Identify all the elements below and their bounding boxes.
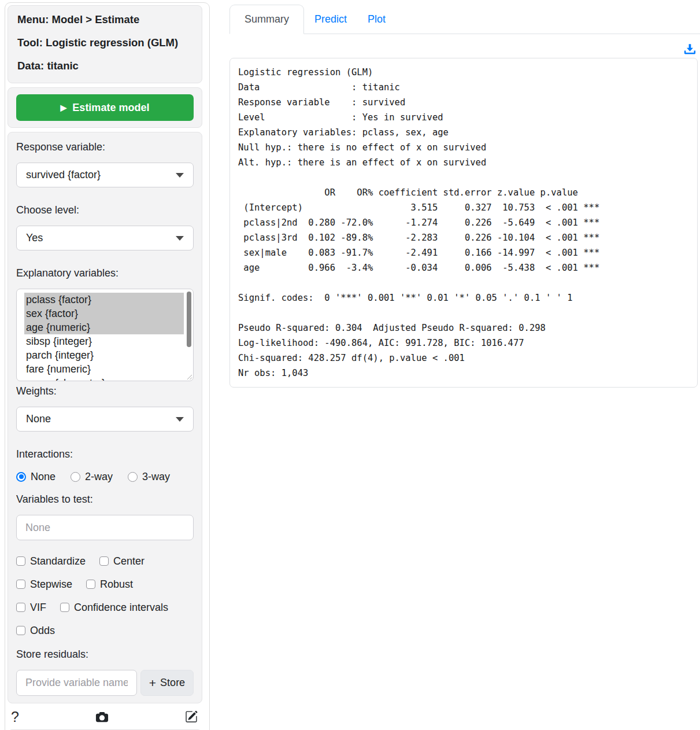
caret-down-icon bbox=[176, 236, 184, 241]
checkbox-icon bbox=[16, 626, 25, 635]
explanatory-variables-label: Explanatory variables: bbox=[16, 267, 194, 279]
interactions-radio-group: None 2-way 3-way bbox=[16, 470, 194, 484]
checkbox-center[interactable]: Center bbox=[99, 555, 145, 567]
checkbox-row: Stepwise Robust bbox=[16, 578, 194, 590]
edit-report-icon[interactable] bbox=[185, 710, 198, 723]
interactions-label: Interactions: bbox=[16, 448, 194, 460]
menu-breadcrumb: Menu: Model > Estimate bbox=[17, 13, 192, 26]
radio-label: None bbox=[31, 471, 55, 483]
radio-label: 2-way bbox=[85, 471, 113, 483]
model-info-box: Menu: Model > Estimate Tool: Logistic re… bbox=[8, 5, 202, 83]
checkbox-standardize[interactable]: Standardize bbox=[16, 555, 86, 567]
checkbox-icon bbox=[16, 603, 25, 612]
store-button[interactable]: + Store bbox=[140, 670, 194, 696]
sidebar-panel: Menu: Model > Estimate Tool: Logistic re… bbox=[5, 2, 210, 730]
tool-name: Tool: Logistic regression (GLM) bbox=[17, 36, 192, 49]
radio-interactions-2way[interactable]: 2-way bbox=[71, 471, 113, 483]
tab-summary[interactable]: Summary bbox=[229, 5, 304, 34]
tab-plot[interactable]: Plot bbox=[357, 5, 396, 34]
checkbox-icon bbox=[86, 580, 95, 589]
choose-level-label: Choose level: bbox=[16, 204, 194, 216]
weights-select[interactable]: None bbox=[16, 407, 194, 432]
help-icon[interactable]: ? bbox=[11, 710, 19, 724]
listbox-option[interactable]: age {numeric} bbox=[24, 320, 184, 334]
radio-unselected-icon bbox=[128, 472, 138, 482]
choose-level-value: Yes bbox=[26, 232, 43, 244]
store-residuals-label: Store residuals: bbox=[16, 648, 194, 661]
resize-handle-icon[interactable] bbox=[187, 374, 192, 380]
listbox-option[interactable]: pclass {factor} bbox=[24, 293, 184, 307]
checkbox-icon bbox=[60, 603, 69, 612]
model-form-well: Response variable: survived {factor} Cho… bbox=[8, 132, 202, 703]
caret-down-icon bbox=[176, 417, 184, 422]
main-panel: Summary Predict Plot Logistic regression… bbox=[229, 0, 700, 388]
estimate-button-well: ▶ Estimate model bbox=[8, 87, 202, 128]
checkbox-label: Stepwise bbox=[30, 578, 72, 591]
checkbox-robust[interactable]: Robust bbox=[86, 578, 133, 591]
sidebar-footer: ? bbox=[8, 703, 202, 729]
screenshot-camera-icon[interactable] bbox=[95, 710, 109, 724]
checkbox-icon bbox=[16, 580, 25, 589]
tab-predict[interactable]: Predict bbox=[304, 5, 357, 34]
checkbox-icon bbox=[16, 556, 25, 566]
checkbox-row: Odds bbox=[16, 625, 194, 636]
store-residuals-input[interactable] bbox=[16, 670, 137, 696]
choose-level-select[interactable]: Yes bbox=[16, 226, 194, 250]
radio-interactions-none[interactable]: None bbox=[16, 471, 55, 483]
checkbox-label: Confidence intervals bbox=[74, 602, 168, 614]
response-variable-select[interactable]: survived {factor} bbox=[16, 163, 194, 187]
tab-bar: Summary Predict Plot bbox=[229, 5, 700, 34]
explanatory-variables-listbox[interactable]: pclass {factor} sex {factor} age {numeri… bbox=[16, 289, 194, 381]
checkbox-vif[interactable]: VIF bbox=[16, 602, 46, 614]
radio-unselected-icon bbox=[71, 472, 80, 482]
checkbox-label: Standardize bbox=[30, 555, 86, 567]
plus-icon: + bbox=[149, 677, 156, 689]
listbox-option[interactable]: sibsp {integer} bbox=[24, 334, 184, 348]
scrollbar-thumb[interactable] bbox=[187, 292, 191, 347]
toolbar-row bbox=[229, 34, 700, 58]
response-variable-label: Response variable: bbox=[16, 141, 194, 153]
checkbox-confidence-intervals[interactable]: Confidence intervals bbox=[60, 602, 168, 614]
variables-to-test-label: Variables to test: bbox=[16, 493, 194, 506]
estimate-model-button[interactable]: ▶ Estimate model bbox=[16, 94, 194, 121]
radio-interactions-3way[interactable]: 3-way bbox=[128, 471, 170, 483]
checkbox-label: Odds bbox=[30, 625, 55, 637]
response-variable-value: survived {factor} bbox=[26, 169, 101, 181]
radio-selected-icon bbox=[16, 472, 26, 482]
checkbox-label: Robust bbox=[100, 578, 133, 591]
store-residuals-row: + Store bbox=[16, 670, 194, 696]
play-icon: ▶ bbox=[61, 104, 67, 112]
estimate-model-button-label: Estimate model bbox=[72, 102, 149, 114]
listbox-option[interactable]: name {character} bbox=[24, 376, 184, 381]
download-icon[interactable] bbox=[683, 40, 697, 58]
checkbox-odds[interactable]: Odds bbox=[16, 625, 55, 637]
checkbox-label: VIF bbox=[30, 602, 46, 614]
radio-label: 3-way bbox=[142, 471, 170, 483]
weights-label: Weights: bbox=[16, 385, 194, 397]
summary-output: Logistic regression (GLM) Data : titanic… bbox=[229, 58, 698, 388]
checkbox-label: Center bbox=[113, 555, 145, 567]
checkbox-icon bbox=[99, 556, 109, 566]
checkbox-row: VIF Confidence intervals bbox=[16, 602, 194, 613]
listbox-option[interactable]: fare {numeric} bbox=[24, 362, 184, 376]
caret-down-icon bbox=[176, 173, 184, 178]
data-name-label: Data: titanic bbox=[17, 60, 192, 72]
variables-to-test-input[interactable] bbox=[16, 515, 194, 540]
listbox-option[interactable]: parch {integer} bbox=[24, 348, 184, 362]
checkbox-stepwise[interactable]: Stepwise bbox=[16, 578, 72, 591]
listbox-option[interactable]: sex {factor} bbox=[24, 307, 184, 320]
checkbox-row: Standardize Center bbox=[16, 555, 194, 567]
store-button-label: Store bbox=[160, 677, 185, 689]
weights-value: None bbox=[26, 413, 51, 425]
